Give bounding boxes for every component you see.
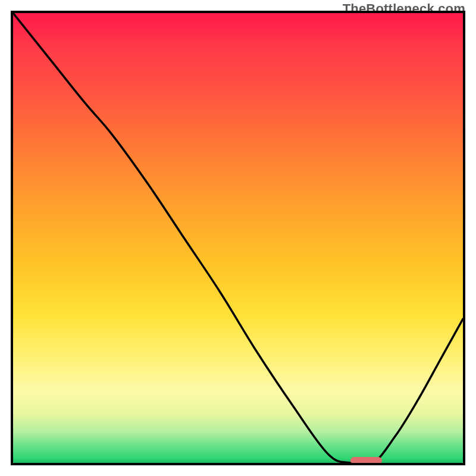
- curve-layer: [13, 13, 463, 463]
- bottleneck-curve-path: [13, 13, 463, 463]
- bottleneck-chart: TheBottleneck.com: [0, 0, 476, 476]
- optimum-marker: [350, 457, 382, 464]
- plot-area: [11, 11, 465, 465]
